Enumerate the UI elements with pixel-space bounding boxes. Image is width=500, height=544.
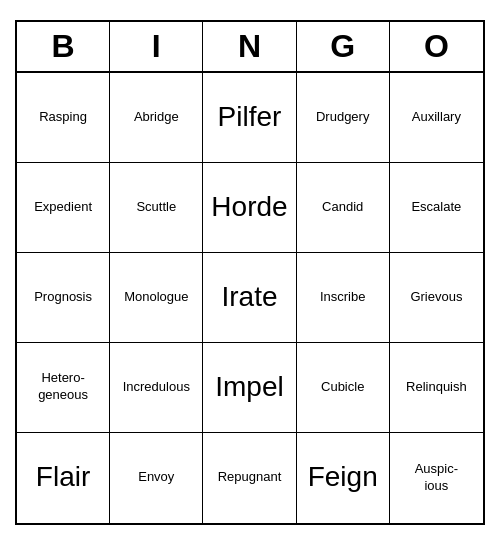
bingo-cell-2: Pilfer: [203, 73, 296, 163]
bingo-cell-text-4: Auxillary: [412, 109, 461, 126]
bingo-cell-4: Auxillary: [390, 73, 483, 163]
bingo-cell-21: Envoy: [110, 433, 203, 523]
bingo-cell-text-10: Prognosis: [34, 289, 92, 306]
bingo-cell-15: Hetero- geneous: [17, 343, 110, 433]
bingo-cell-8: Candid: [297, 163, 390, 253]
bingo-cell-11: Monologue: [110, 253, 203, 343]
bingo-cell-text-12: Irate: [221, 279, 277, 315]
header-letter-n: N: [203, 22, 296, 71]
bingo-cell-text-19: Relinquish: [406, 379, 467, 396]
bingo-cell-text-0: Rasping: [39, 109, 87, 126]
bingo-cell-24: Auspic- ious: [390, 433, 483, 523]
bingo-cell-text-15: Hetero- geneous: [38, 370, 88, 404]
bingo-cell-text-24: Auspic- ious: [415, 461, 458, 495]
bingo-grid: RaspingAbridgePilferDrudgeryAuxillaryExp…: [17, 73, 483, 523]
bingo-cell-text-21: Envoy: [138, 469, 174, 486]
bingo-cell-5: Expedient: [17, 163, 110, 253]
bingo-cell-text-8: Candid: [322, 199, 363, 216]
bingo-cell-10: Prognosis: [17, 253, 110, 343]
bingo-cell-text-18: Cubicle: [321, 379, 364, 396]
bingo-cell-text-17: Impel: [215, 369, 283, 405]
bingo-cell-text-13: Inscribe: [320, 289, 366, 306]
bingo-cell-text-2: Pilfer: [218, 99, 282, 135]
bingo-cell-text-11: Monologue: [124, 289, 188, 306]
header-letter-g: G: [297, 22, 390, 71]
bingo-cell-18: Cubicle: [297, 343, 390, 433]
header-letter-i: I: [110, 22, 203, 71]
bingo-cell-text-9: Escalate: [411, 199, 461, 216]
bingo-cell-23: Feign: [297, 433, 390, 523]
bingo-cell-7: Horde: [203, 163, 296, 253]
bingo-cell-text-14: Grievous: [410, 289, 462, 306]
bingo-card: BINGO RaspingAbridgePilferDrudgeryAuxill…: [15, 20, 485, 525]
bingo-cell-text-16: Incredulous: [123, 379, 190, 396]
bingo-cell-text-3: Drudgery: [316, 109, 369, 126]
bingo-cell-text-22: Repugnant: [218, 469, 282, 486]
bingo-cell-19: Relinquish: [390, 343, 483, 433]
bingo-cell-12: Irate: [203, 253, 296, 343]
header-letter-o: O: [390, 22, 483, 71]
bingo-cell-0: Rasping: [17, 73, 110, 163]
bingo-cell-text-20: Flair: [36, 459, 90, 495]
bingo-cell-text-6: Scuttle: [136, 199, 176, 216]
bingo-cell-3: Drudgery: [297, 73, 390, 163]
bingo-cell-text-7: Horde: [211, 189, 287, 225]
bingo-cell-20: Flair: [17, 433, 110, 523]
bingo-cell-6: Scuttle: [110, 163, 203, 253]
bingo-cell-16: Incredulous: [110, 343, 203, 433]
bingo-cell-1: Abridge: [110, 73, 203, 163]
bingo-cell-text-5: Expedient: [34, 199, 92, 216]
bingo-cell-9: Escalate: [390, 163, 483, 253]
bingo-cell-text-23: Feign: [308, 459, 378, 495]
bingo-cell-22: Repugnant: [203, 433, 296, 523]
bingo-cell-text-1: Abridge: [134, 109, 179, 126]
bingo-cell-17: Impel: [203, 343, 296, 433]
bingo-cell-14: Grievous: [390, 253, 483, 343]
header-letter-b: B: [17, 22, 110, 71]
bingo-header: BINGO: [17, 22, 483, 73]
bingo-cell-13: Inscribe: [297, 253, 390, 343]
